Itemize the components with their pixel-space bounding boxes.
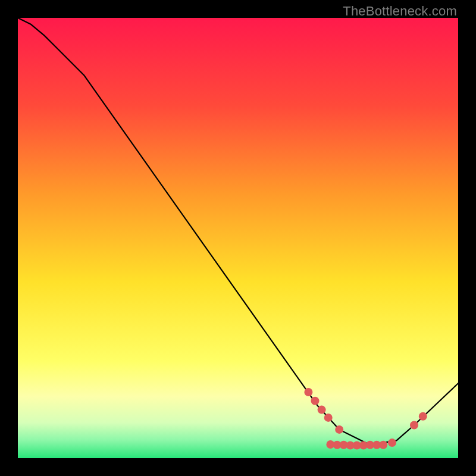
bottleneck-chart (18, 18, 458, 458)
data-marker (410, 421, 418, 430)
data-marker (311, 397, 320, 405)
data-marker (419, 412, 427, 421)
watermark-text: TheBottleneck.com (343, 4, 457, 19)
data-marker (379, 441, 387, 449)
data-marker (304, 388, 312, 396)
chart-frame (18, 18, 458, 458)
data-marker (388, 439, 396, 447)
chart-background (18, 18, 458, 458)
data-marker (335, 425, 343, 434)
data-marker (318, 406, 326, 414)
data-marker (324, 414, 333, 422)
